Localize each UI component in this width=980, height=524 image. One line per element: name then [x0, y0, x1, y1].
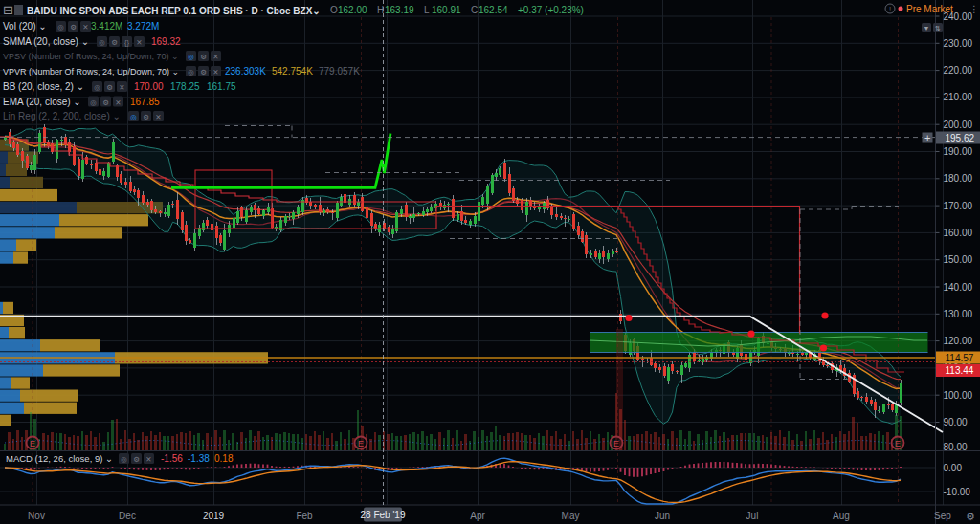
svg-text:⚙: ⚙ [200, 53, 207, 61]
svg-text:3.272M: 3.272M [127, 21, 159, 32]
svg-text:Apr: Apr [470, 511, 485, 521]
svg-text:542.754K: 542.754K [272, 66, 313, 76]
svg-text:VPSV (Number Of Rows, 24, Up/D: VPSV (Number Of Rows, 24, Up/Down, 70) ⌄ [3, 52, 179, 61]
svg-text:162.00: 162.00 [338, 5, 368, 15]
svg-text:195.62: 195.62 [946, 133, 975, 143]
svg-text:Aug: Aug [833, 511, 850, 521]
svg-text:◎: ◎ [99, 38, 105, 47]
svg-text:178.25: 178.25 [170, 81, 200, 92]
svg-text:VPVR (Number Of Rows, 24, Up/D: VPVR (Number Of Rows, 24, Up/Down, 70) ⌄ [3, 67, 179, 76]
svg-text:80.00: 80.00 [944, 442, 968, 452]
svg-text:SMMA (20, close) ⌄: SMMA (20, close) ⌄ [3, 36, 89, 47]
svg-text:140.00: 140.00 [944, 282, 973, 293]
svg-text:⚙: ⚙ [111, 38, 118, 47]
svg-text:⚙: ⚙ [102, 98, 109, 107]
svg-text:113.44: 113.44 [946, 365, 974, 376]
svg-text:236.303K: 236.303K [225, 66, 266, 76]
svg-text:E: E [895, 439, 901, 448]
svg-text:⚙: ⚙ [143, 113, 149, 121]
svg-text:⚙: ⚙ [70, 23, 77, 32]
svg-text:◎: ◎ [130, 113, 137, 121]
svg-text:100.00: 100.00 [944, 390, 973, 401]
svg-text:✕: ✕ [82, 23, 88, 32]
svg-text:230.00: 230.00 [944, 38, 973, 49]
svg-text:Sep: Sep [934, 511, 951, 521]
svg-text:779.057K: 779.057K [319, 66, 360, 76]
svg-text:+: + [924, 132, 930, 143]
svg-text:Jun: Jun [655, 511, 670, 521]
svg-text:Vol (20) ⌄: Vol (20) ⌄ [3, 21, 47, 32]
svg-text:Dec: Dec [119, 511, 136, 521]
svg-text:◎: ◎ [121, 455, 127, 464]
svg-text:L: L [424, 5, 430, 15]
svg-text:210.00: 210.00 [944, 92, 973, 102]
svg-text:E: E [613, 439, 619, 448]
svg-text:H: H [377, 5, 384, 15]
svg-text:170.00: 170.00 [944, 201, 973, 211]
svg-text:◎: ◎ [188, 68, 194, 76]
svg-text:⇅: ⇅ [935, 25, 941, 32]
svg-text:✕: ✕ [212, 53, 218, 61]
svg-text:✕: ✕ [145, 455, 151, 464]
svg-text:220.00: 220.00 [944, 65, 973, 76]
svg-text:!: ! [889, 5, 891, 13]
svg-text:⚙: ⚙ [966, 511, 975, 522]
svg-text:BAIDU INC SPON ADS EACH REP 0.: BAIDU INC SPON ADS EACH REP 0.1 ORD SHS … [27, 6, 321, 16]
svg-text:{}: {} [124, 38, 130, 47]
svg-text:130.00: 130.00 [944, 309, 973, 319]
svg-text:✕: ✕ [136, 38, 142, 47]
svg-text:O: O [330, 5, 338, 15]
svg-text:◎: ◎ [90, 98, 97, 107]
svg-text:0.18: 0.18 [214, 453, 234, 464]
svg-text:⚙: ⚙ [133, 455, 140, 464]
svg-text:Jul: Jul [746, 511, 759, 521]
svg-text:167.85: 167.85 [130, 97, 160, 107]
svg-text:-1.38: -1.38 [188, 453, 210, 464]
svg-text:◎: ◎ [94, 83, 100, 92]
svg-text:Nov: Nov [28, 511, 45, 521]
svg-text:C: C [471, 5, 478, 15]
svg-text:MACD (12, 26, close, 9) ⌄: MACD (12, 26, close, 9) ⌄ [6, 453, 113, 464]
svg-text:⚙: ⚙ [200, 68, 207, 76]
svg-text:Pre Market: Pre Market [906, 4, 953, 14]
svg-text:✕: ✕ [212, 68, 218, 76]
svg-text:May: May [562, 511, 580, 521]
svg-text:Feb: Feb [296, 511, 313, 521]
svg-text:163.19: 163.19 [385, 5, 414, 15]
svg-text:⊟: ⊟ [3, 3, 13, 17]
svg-text:90.00: 90.00 [944, 417, 968, 427]
svg-text:-10.00: -10.00 [944, 487, 971, 497]
svg-text:✕: ✕ [115, 98, 121, 107]
svg-text:0.00: 0.00 [944, 463, 963, 473]
svg-text:170.00: 170.00 [134, 81, 164, 92]
svg-text:EMA (20, close) ⌄: EMA (20, close) ⌄ [3, 97, 81, 107]
svg-text:180.00: 180.00 [944, 173, 973, 184]
svg-text:28 Feb '19: 28 Feb '19 [361, 510, 406, 520]
svg-text:161.75: 161.75 [207, 81, 236, 92]
svg-text:E: E [30, 439, 35, 448]
svg-text:2019: 2019 [203, 511, 225, 521]
svg-text:190.00: 190.00 [944, 146, 973, 157]
svg-text:BB (20, close, 2) ⌄: BB (20, close, 2) ⌄ [3, 81, 84, 92]
svg-text:162.54: 162.54 [479, 5, 508, 15]
svg-text:200.00: 200.00 [944, 120, 973, 130]
svg-text:+0.37 (+0.23%): +0.37 (+0.23%) [518, 5, 584, 15]
svg-text:▼: ▼ [924, 25, 930, 32]
svg-text:150.00: 150.00 [944, 254, 973, 265]
svg-text:✕: ✕ [119, 83, 124, 92]
svg-text:160.00: 160.00 [944, 228, 973, 238]
svg-text:⚙: ⚙ [106, 83, 113, 92]
svg-text:-1.56: -1.56 [161, 453, 183, 464]
svg-text:✕: ✕ [155, 113, 161, 121]
svg-text:◎: ◎ [57, 23, 64, 32]
svg-text:169.32: 169.32 [151, 36, 181, 47]
svg-text:Lin Reg (2, 2, 200, close) ⌄: Lin Reg (2, 2, 200, close) ⌄ [3, 111, 121, 121]
svg-text:160.91: 160.91 [432, 5, 461, 15]
svg-text:◎: ◎ [188, 53, 194, 61]
svg-text:120.00: 120.00 [944, 336, 973, 346]
svg-text:114.57: 114.57 [946, 353, 974, 363]
svg-text:3.412M: 3.412M [91, 21, 122, 32]
svg-text:E: E [358, 439, 364, 448]
svg-text:⋮: ⋮ [969, 4, 979, 14]
